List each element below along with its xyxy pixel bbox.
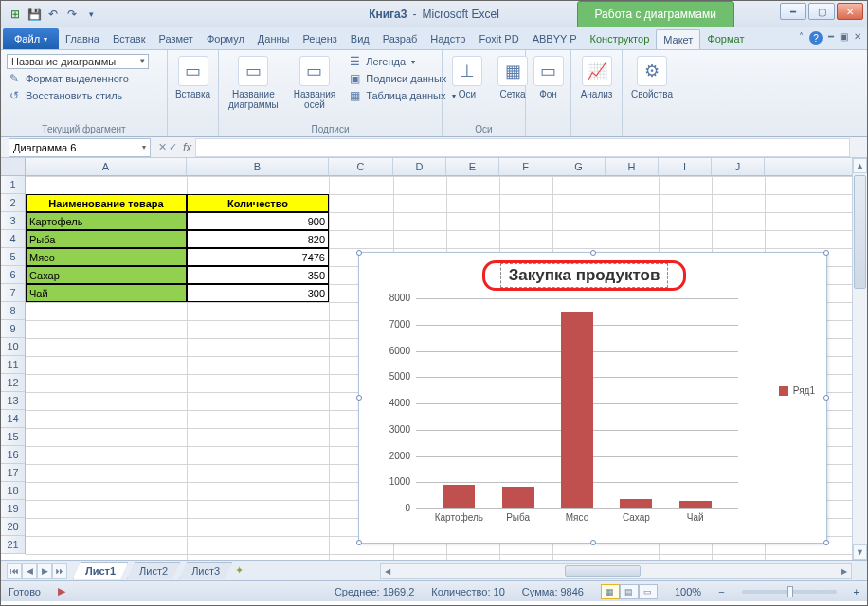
select-all-button[interactable] [1,158,26,176]
cell-B7[interactable]: 300 [187,284,329,302]
sheet-nav-0[interactable]: ⏮ [7,563,22,579]
properties-button[interactable]: ⚙Свойства [628,54,676,101]
row-header-16[interactable]: 16 [1,446,25,464]
col-header-I[interactable]: I [659,158,712,175]
maximize-button[interactable]: ▢ [808,3,835,20]
ribbon-tab-10[interactable]: ABBYY P [526,29,584,49]
accept-formula-icon[interactable]: ✓ [169,141,177,153]
scroll-up-icon[interactable]: ▲ [853,158,867,173]
zoom-slider[interactable] [742,590,837,594]
bar-Картофель[interactable] [443,485,475,508]
sheet-tab-Лист1[interactable]: Лист1 [73,562,128,579]
row-header-20[interactable]: 20 [1,518,25,536]
row-header-6[interactable]: 6 [1,266,25,284]
axis-titles-button[interactable]: ▭Названия осей [290,54,340,112]
zoom-in-button[interactable]: + [854,586,859,597]
horizontal-scrollbar[interactable]: ◀ ▶ [380,563,852,579]
save-icon[interactable]: 💾 [26,6,43,23]
ribbon-tab-5[interactable]: Реценз [296,29,343,49]
help-icon[interactable]: ? [809,31,823,45]
page-break-view-button[interactable]: ▭ [639,584,658,599]
minimize-button[interactable]: ━ [780,3,806,20]
row-header-13[interactable]: 13 [1,392,25,410]
col-header-J[interactable]: J [712,158,765,175]
cell-A3[interactable]: Картофель [26,212,187,230]
analysis-button[interactable]: 📈Анализ [577,54,616,101]
mdi-minimize-icon[interactable]: ━ [828,31,834,45]
redo-icon[interactable]: ↷ [63,6,81,23]
col-header-C[interactable]: C [329,158,393,175]
column-headers[interactable]: ABCDEFGHIJ [26,158,852,176]
scroll-down-icon[interactable]: ▼ [853,544,867,560]
cancel-formula-icon[interactable]: ✕ [158,141,167,153]
cell-A7[interactable]: Чай [26,284,187,302]
close-button[interactable]: ✕ [837,3,863,20]
cell-B2[interactable]: Количество [187,194,329,212]
sheet-tab-Лист3[interactable]: Лист3 [179,562,232,579]
vscroll-thumb[interactable] [854,175,866,289]
sheet-nav-1[interactable]: ◀ [22,563,37,579]
row-header-15[interactable]: 15 [1,428,25,446]
ribbon-tab-6[interactable]: Вид [344,29,376,49]
bar-Мясо[interactable] [561,312,593,508]
chart-legend[interactable]: Ряд1 [779,385,815,396]
chart-title[interactable]: Закупка продуктов [500,263,669,288]
format-selection-button[interactable]: ✎Формат выделенного [7,71,161,86]
cell-B3[interactable]: 900 [187,212,329,230]
row-header-11[interactable]: 11 [1,356,25,374]
row-header-18[interactable]: 18 [1,482,25,500]
cell-A2[interactable]: Наименование товара [26,194,187,212]
ribbon-tab-12[interactable]: Макет [656,29,700,49]
row-header-3[interactable]: 3 [1,212,25,230]
chart-object[interactable]: Закупка продуктов 0100020003000400050006… [358,252,827,544]
row-header-21[interactable]: 21 [1,536,25,554]
cell-A6[interactable]: Сахар [26,266,187,284]
chart-title-button[interactable]: ▭Название диаграммы [225,54,282,112]
sheet-nav-buttons[interactable]: ⏮◀▶⏭ [7,563,67,579]
col-header-A[interactable]: A [26,158,187,175]
row-header-19[interactable]: 19 [1,500,25,518]
sheet-tab-Лист2[interactable]: Лист2 [127,562,180,579]
ribbon-tab-13[interactable]: Формат [700,29,750,49]
page-layout-view-button[interactable]: ▤ [620,584,639,599]
row-header-5[interactable]: 5 [1,248,25,266]
ribbon-tab-8[interactable]: Надстр [424,29,472,49]
qat-more-icon[interactable]: ▾ [82,6,99,23]
undo-icon[interactable]: ↶ [45,6,62,23]
row-header-4[interactable]: 4 [1,230,25,248]
row-headers[interactable]: 123456789101112131415161718192021 [1,176,26,554]
row-header-14[interactable]: 14 [1,410,25,428]
bar-Чай[interactable] [679,501,712,508]
col-header-H[interactable]: H [606,158,659,175]
vertical-scrollbar[interactable]: ▲ ▼ [852,158,867,560]
mdi-restore-icon[interactable]: ▣ [840,31,848,45]
data-labels-button[interactable]: ▣Подписи данных▾ [347,71,456,86]
ribbon-tab-3[interactable]: Формул [200,29,251,49]
macro-record-icon[interactable]: ▶ [58,585,65,597]
sheet-nav-2[interactable]: ▶ [37,563,52,579]
ribbon-tab-1[interactable]: Вставк [106,29,153,49]
legend-button[interactable]: ☰Легенда▾ [347,54,456,69]
scroll-right-icon[interactable]: ▶ [838,564,851,578]
reset-style-button[interactable]: ↺Восстановить стиль [7,88,161,103]
row-header-10[interactable]: 10 [1,338,25,356]
cells-area[interactable]: Наименование товараКоличествоКартофель90… [26,176,852,560]
name-box[interactable]: Диаграмма 6 [9,138,151,157]
cell-A5[interactable]: Мясо [26,248,187,266]
hscroll-thumb[interactable] [565,565,641,577]
mdi-close-icon[interactable]: ✕ [854,31,861,45]
ribbon-tab-9[interactable]: Foxit PD [472,29,525,49]
sheet-nav-3[interactable]: ⏭ [52,563,67,579]
zoom-out-button[interactable]: − [718,586,724,597]
file-tab[interactable]: Файл [3,28,59,49]
row-header-1[interactable]: 1 [1,176,25,194]
col-header-E[interactable]: E [446,158,499,175]
ribbon-tab-0[interactable]: Главна [59,29,106,49]
ribbon-tab-11[interactable]: Конструктор [584,29,657,49]
background-button[interactable]: ▭Фон [532,54,565,101]
cell-A4[interactable]: Рыба [26,230,187,248]
row-header-2[interactable]: 2 [1,194,25,212]
fx-icon[interactable]: fx [183,141,191,154]
bar-Рыба[interactable] [502,487,534,508]
scroll-left-icon[interactable]: ◀ [381,564,394,578]
